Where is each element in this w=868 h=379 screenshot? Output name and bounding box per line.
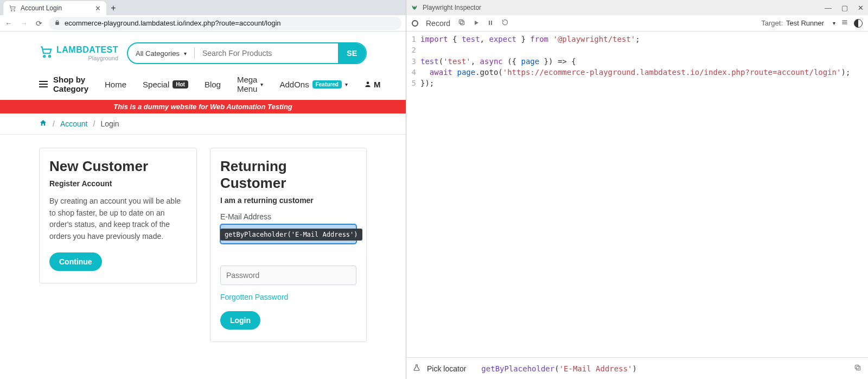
chevron-down-icon: ▾ [260,81,263,87]
target-value: Test Runner [786,19,829,27]
new-customer-heading: New Customer [49,158,187,175]
record-label[interactable]: Record [426,19,450,28]
playwright-icon [411,3,418,12]
omnibox[interactable]: ecommerce-playground.lambdatest.io/index… [49,17,401,30]
nav-mega-label: Mega Menu [237,75,258,93]
nav-mega-menu[interactable]: Mega Menu ▾ [237,75,264,93]
home-icon[interactable] [39,119,47,129]
inspector-title-bar: Playwright Inspector — ▢ ✕ [406,0,868,15]
returning-customer-card: Returning Customer I am a returning cust… [210,148,367,342]
hamburger-icon [39,81,48,87]
breadcrumb-sep: / [93,119,95,128]
site-logo[interactable]: LAMBDATEST Playground [39,45,118,62]
site-header: LAMBDATEST Playground All Categories ▾ S… [0,31,406,68]
featured-badge: Featured [312,80,342,89]
svg-rect-9 [489,21,490,25]
svg-rect-14 [857,367,860,370]
user-icon [364,80,372,88]
chevron-down-icon: ▾ [184,50,187,56]
nav-home[interactable]: Home [105,80,126,89]
forward-icon[interactable]: → [20,19,28,28]
search-button-label: SE [347,49,357,58]
inspector-toolbar: Record Target: Test Runner ▾ [406,15,868,31]
hot-badge: Hot [173,80,188,89]
svg-point-5 [413,6,414,7]
nav-addons[interactable]: AddOns Featured ▾ [279,80,347,89]
continue-button[interactable]: Continue [49,252,102,271]
pause-icon[interactable] [487,19,494,28]
new-customer-copy: By creating an account you will be able … [49,195,187,243]
svg-point-6 [415,6,416,7]
logo-text: LAMBDATEST [56,46,118,54]
play-icon[interactable] [473,19,480,28]
new-tab-button[interactable]: + [106,1,120,15]
record-icon[interactable] [412,20,418,27]
tab-strip: Account Login ✕ + [0,0,406,15]
search-input[interactable] [195,49,338,58]
playwright-inspector: Playwright Inspector — ▢ ✕ Record Target… [406,0,868,379]
search-button[interactable]: SE [338,43,366,63]
shop-by-category-label: Shop by Category [53,75,88,93]
svg-point-3 [49,55,50,57]
locator-expression[interactable]: getByPlaceholder('E-Mail Address') [481,364,637,373]
nav-special-label: Special [143,80,169,89]
svg-rect-15 [855,365,859,369]
pick-locator-label[interactable]: Pick locator [427,364,466,373]
breadcrumb-login: Login [100,119,119,128]
inspector-title: Playwright Inspector [423,4,481,11]
password-field[interactable] [220,266,356,285]
step-icon[interactable] [501,18,509,28]
returning-heading: Returning Customer [220,158,356,192]
locator-bar: Pick locator getByPlaceholder('E-Mail Ad… [406,357,868,379]
login-main: New Customer Register Account By creatin… [0,135,406,355]
shop-by-category[interactable]: Shop by Category [39,75,88,93]
forgot-password-link[interactable]: Forgotten Password [220,293,288,301]
categories-dropdown[interactable]: All Categories ▾ [128,49,194,58]
reload-icon[interactable]: ⟳ [35,19,43,28]
browser-tab[interactable]: Account Login ✕ [3,1,106,15]
svg-point-2 [43,55,45,57]
svg-point-0 [11,10,12,11]
maximize-icon[interactable]: ▢ [841,4,848,12]
list-icon[interactable] [841,18,848,28]
url-text: ecommerce-playground.lambdatest.io/index… [65,19,281,27]
back-icon[interactable]: ← [4,19,13,28]
copy-icon[interactable] [458,18,465,28]
minimize-icon[interactable]: — [825,4,832,12]
main-nav: Shop by Category Home Special Hot Blog M… [0,68,406,100]
nav-addons-label: AddOns [279,80,309,89]
svg-rect-8 [459,20,463,23]
lock-icon [54,20,60,27]
categories-label: All Categories [136,49,180,58]
target-selector[interactable]: Target: Test Runner ▾ [761,19,835,27]
address-bar: ← → ⟳ ecommerce-playground.lambdatest.io… [0,15,406,31]
login-button[interactable]: Login [220,311,260,330]
breadcrumb-account[interactable]: Account [60,119,88,128]
svg-point-1 [14,10,15,11]
flask-icon[interactable] [413,364,420,373]
tab-title: Account Login [21,4,62,12]
copy-locator-icon[interactable] [854,364,861,373]
logo-cart-icon [39,45,53,62]
breadcrumb-sep: / [53,119,55,128]
svg-rect-10 [491,21,492,25]
theme-toggle-icon[interactable] [854,19,863,28]
chevron-down-icon: ▾ [833,20,835,26]
returning-sub: I am a returning customer [220,196,356,205]
close-icon[interactable]: ✕ [858,4,864,12]
logo-subtext: Playground [88,55,118,61]
close-icon[interactable]: ✕ [95,4,101,12]
nav-special[interactable]: Special Hot [143,80,188,89]
nav-account-cut: M [374,80,381,89]
nav-account[interactable]: M [364,80,381,89]
svg-rect-7 [461,21,464,25]
chevron-down-icon: ▾ [345,81,348,87]
target-label: Target: [761,19,783,27]
svg-point-4 [367,81,369,84]
code-editor[interactable]: 1import { test, expect } from '@playwrig… [406,31,868,357]
locator-tooltip: getByPlaceholder('E-Mail Address') [220,229,362,241]
new-customer-sub: Register Account [49,179,187,188]
nav-blog[interactable]: Blog [205,80,221,89]
search-bar: All Categories ▾ SE [127,42,367,64]
dummy-banner: This is a dummy website for Web Automati… [0,100,406,113]
